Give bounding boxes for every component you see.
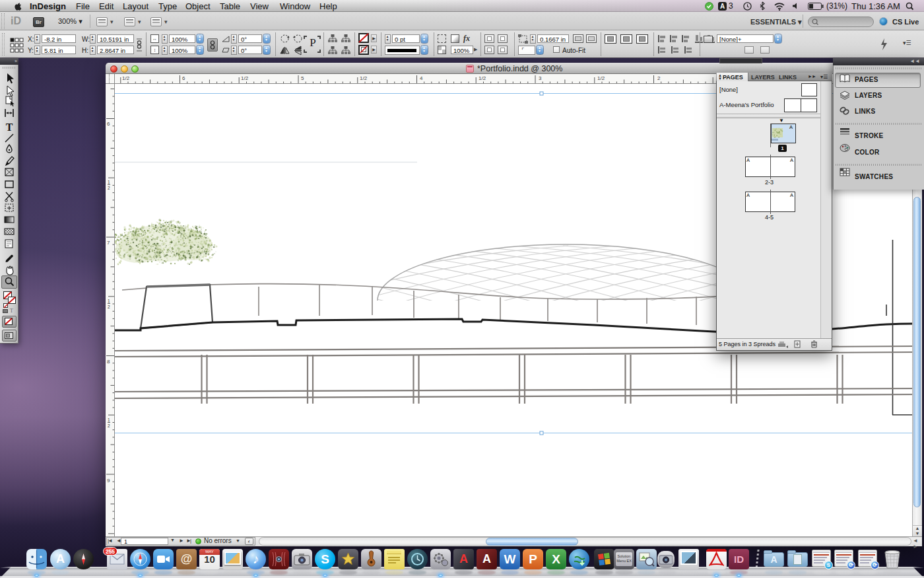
svg-text:1: 1 <box>108 180 110 184</box>
svg-text:2: 2 <box>108 186 110 190</box>
svg-text:7: 7 <box>107 240 110 246</box>
svg-text:6: 6 <box>107 121 110 127</box>
svg-text:2: 2 <box>108 423 110 428</box>
svg-text:4: 4 <box>420 75 423 81</box>
svg-text:1: 1 <box>108 299 110 303</box>
svg-text:2: 2 <box>108 305 110 309</box>
svg-text:9: 9 <box>107 478 110 484</box>
svg-text:1/2: 1/2 <box>597 75 605 81</box>
svg-text:1: 1 <box>108 417 110 422</box>
svg-text:8: 8 <box>107 359 110 365</box>
svg-text:T: T <box>6 122 13 133</box>
svg-text:5: 5 <box>301 75 304 81</box>
svg-text:6: 6 <box>182 75 185 81</box>
svg-text:3: 3 <box>539 75 542 81</box>
svg-text:1/2: 1/2 <box>478 75 486 81</box>
svg-text:1/2: 1/2 <box>122 75 130 81</box>
svg-text:1/2: 1/2 <box>241 75 249 81</box>
svg-text:2: 2 <box>657 75 661 81</box>
svg-text:1/2: 1/2 <box>360 75 368 81</box>
